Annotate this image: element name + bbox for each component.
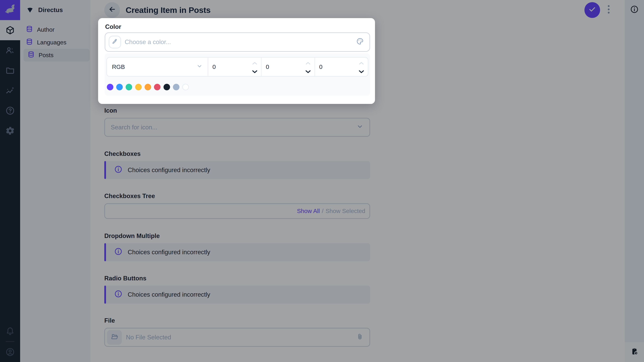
color-picker-menu: RGB: [105, 53, 370, 95]
channel-b-field[interactable]: [319, 63, 359, 70]
color-preset-swatch[interactable]: [164, 84, 170, 90]
eyedropper-icon: [111, 38, 118, 46]
chevron-up-icon[interactable]: [306, 59, 310, 66]
color-value-field[interactable]: [125, 38, 356, 45]
color-mode-select[interactable]: RGB: [107, 58, 208, 76]
channel-r-field[interactable]: [212, 63, 252, 70]
chevron-up-icon[interactable]: [359, 59, 364, 66]
chevron-down-icon: [196, 63, 203, 71]
directus-app: Directus Author Languages Posts: [0, 0, 644, 362]
palette-icon[interactable]: [356, 37, 364, 47]
stepper-arrows: [306, 59, 311, 75]
color-mode-value: RGB: [112, 63, 196, 70]
color-picker-popup: Color RGB: [98, 18, 375, 104]
field-label: Color: [105, 23, 370, 31]
color-input[interactable]: [105, 32, 370, 52]
eyedropper-button[interactable]: [109, 36, 121, 48]
chevron-up-icon[interactable]: [252, 59, 257, 66]
stepper-arrows: [359, 59, 364, 75]
channel-g-field[interactable]: [266, 63, 306, 70]
chevron-down-icon[interactable]: [359, 67, 364, 75]
chevron-down-icon[interactable]: [252, 67, 258, 75]
color-preset-swatch[interactable]: [154, 84, 160, 90]
color-data-inputs: RGB: [106, 57, 368, 77]
color-preset-swatch[interactable]: [126, 84, 132, 90]
color-presets: [106, 84, 368, 90]
color-preset-swatch[interactable]: [144, 84, 151, 90]
channel-g-stepper[interactable]: [261, 58, 314, 76]
stepper-arrows: [252, 59, 258, 75]
channel-r-stepper[interactable]: [208, 58, 261, 76]
color-preset-swatch[interactable]: [107, 84, 113, 90]
color-preset-swatch[interactable]: [182, 84, 189, 90]
channel-b-stepper[interactable]: [314, 58, 368, 76]
color-preset-swatch[interactable]: [173, 84, 180, 90]
color-preset-swatch[interactable]: [135, 84, 142, 90]
color-preset-swatch[interactable]: [116, 84, 123, 90]
chevron-down-icon[interactable]: [306, 67, 311, 75]
